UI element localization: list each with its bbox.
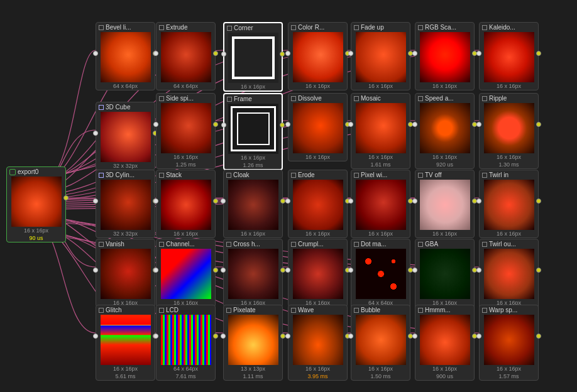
node-warpsp[interactable]: Warp sp... 16 x 16px 1.57 ms [479,305,539,381]
port-in-lcd[interactable] [153,334,158,339]
node-pixelate[interactable]: Pixelate 13 x 13px 1.11 ms [223,305,283,381]
port-in-dotma[interactable] [348,268,353,273]
port-in-bevel[interactable] [93,51,98,56]
port-out-corner[interactable] [280,52,285,57]
port-in-erode[interactable] [285,199,290,204]
node-vanish[interactable]: Vanish 16 x 16px [96,239,155,307]
node-glitch[interactable]: Glitch 16 x 16px 5.61 ms [96,305,155,381]
node-pixelw[interactable]: Pixel wi... 16 x 16px [351,170,410,238]
node-corner[interactable]: Corner 16 x 16px [223,22,283,92]
port-in-twirlIn[interactable] [476,199,481,204]
port-in-kaleido[interactable] [476,51,481,56]
node-crumpl[interactable]: Crumpl... 16 x 16px [288,239,348,307]
port-in-channel[interactable] [153,268,158,273]
node-title-erode: Erode [288,170,347,180]
port-in-gba[interactable] [412,268,417,273]
port-out-sidespiral[interactable] [213,122,218,127]
node-fade[interactable]: Fade up 16 x 16px [351,22,410,90]
node-mosaic[interactable]: Mosaic 16 x 16px 1.61 ms [351,93,410,169]
node-channel[interactable]: Channel... 16 x 16px [156,239,216,307]
node-rgb-scan[interactable]: RGB Sca... 16 x 16px [415,22,475,90]
port-out-twirlIn[interactable] [536,199,541,204]
port-in-dissolve[interactable] [285,122,290,127]
node-crossh[interactable]: Cross h... 16 x 16px [223,239,283,307]
port-out-ripple[interactable] [536,122,541,127]
node-twirlOut[interactable]: Twirl ou... 16 x 16px 2.46 ms [479,239,539,315]
node-speed[interactable]: Speed a... 16 x 16px 920 us [415,93,475,169]
filter-icon-lcd [159,308,164,313]
filter-icon-glitch [99,308,104,313]
port-out-kaleido[interactable] [536,51,541,56]
port-in-bubble[interactable] [348,334,353,339]
port-in-ripple[interactable] [476,122,481,127]
node-info1-hmm: 16 x 16px [415,365,474,373]
node-info2-frame: 1.26 ms [224,161,282,169]
port-out-extrude[interactable] [213,51,218,56]
node-color-ramp[interactable]: Color R... 16 x 16px [288,22,348,90]
port-out-twirlOut[interactable] [536,268,541,273]
node-wave[interactable]: Wave 16 x 16px 3.95 ms [288,305,348,381]
port-in-3dcube[interactable] [93,131,98,136]
node-graph-canvas[interactable]: export0 16 x 16px 90 us Bevel li... 64 x… [0,0,577,392]
port-in-mosaic[interactable] [348,122,353,127]
filter-icon-extrude [159,25,164,30]
port-in-pixelw[interactable] [348,199,353,204]
port-in-crumpl[interactable] [285,268,290,273]
node-tvoff[interactable]: TV off 16 x 16px [415,170,475,238]
node-dotma[interactable]: Dot ma... 64 x 64px 1.08 ms [351,239,410,315]
node-extrude[interactable]: Extrude 64 x 64px [156,22,216,90]
node-frame[interactable]: Frame 16 x 16px 1.26 ms [223,93,283,170]
port-in-hmm[interactable] [412,334,417,339]
node-bevel[interactable]: Bevel li... 64 x 64px [96,22,155,90]
node-lcd[interactable]: LCD 64 x 64px 7.61 ms [156,305,216,381]
node-info1-stack: 16 x 16px [157,230,215,237]
port-in-fade[interactable] [348,51,353,56]
port-out-frame[interactable] [280,122,285,128]
node-sidespiral[interactable]: Side spi... 16 x 16px 1.25 ms [156,93,216,169]
node-3dcylinder[interactable]: 3D Cylin... 32 x 32px [96,170,155,238]
node-dissolve[interactable]: Dissolve 16 x 16px [288,93,348,161]
port-in-crossh[interactable] [221,268,226,273]
port-in-sidespiral[interactable] [153,122,158,127]
port-out-warpsp[interactable] [536,334,541,339]
port-out-export0[interactable] [63,195,69,200]
node-cloak[interactable]: Cloak 16 x 16px [223,170,283,238]
port-in-wave[interactable] [285,334,290,339]
port-in-twirlOut[interactable] [476,268,481,273]
port-in-warpsp[interactable] [476,334,481,339]
port-out-stack[interactable] [213,199,218,204]
node-info2-lcd: 7.61 ms [157,373,215,380]
port-in-stack[interactable] [153,199,158,204]
filter-icon-twirlOut [482,242,487,247]
node-bubble[interactable]: Bubble 16 x 16px 1.50 ms [351,305,410,381]
node-export0[interactable]: export0 16 x 16px 90 us [6,166,66,242]
port-in-corner[interactable] [221,52,226,57]
node-erode[interactable]: Erode 16 x 16px [288,170,348,238]
port-out-channel[interactable] [213,268,218,273]
node-kaleido[interactable]: Kaleido... 16 x 16px [479,22,539,90]
port-in-3dcylinder[interactable] [93,199,98,204]
node-ripple[interactable]: Ripple 16 x 16px 1.30 ms [479,93,539,169]
port-in-cloak[interactable] [221,199,226,204]
node-hmm[interactable]: Hmmm... 16 x 16px 900 us [415,305,475,381]
port-in-vanish[interactable] [93,268,98,273]
port-out-lcd[interactable] [213,334,218,339]
port-in-speed[interactable] [412,122,417,127]
port-out-cloak[interactable] [280,199,285,204]
port-in-color-ramp[interactable] [285,51,290,56]
port-in-extrude[interactable] [153,51,158,56]
node-stack[interactable]: Stack 16 x 16px [156,170,216,238]
port-in-glitch[interactable] [93,334,98,339]
port-out-pixelate[interactable] [280,334,285,339]
node-info1-3dcube: 32 x 32px [96,162,155,170]
node-gba[interactable]: GBA 16 x 16px 530 us [415,239,475,315]
port-in-frame[interactable] [221,122,226,128]
port-in-rgb-scan[interactable] [412,51,417,56]
node-twirlIn[interactable]: Twirl in 16 x 16px [479,170,539,238]
port-out-crossh[interactable] [280,268,285,273]
node-preview-vanish [101,249,151,299]
node-3dcube[interactable]: 3D Cube 32 x 32px [96,102,155,170]
port-in-tvoff[interactable] [412,199,417,204]
port-in-pixelate[interactable] [221,334,226,339]
filter-icon-stack [159,173,164,178]
